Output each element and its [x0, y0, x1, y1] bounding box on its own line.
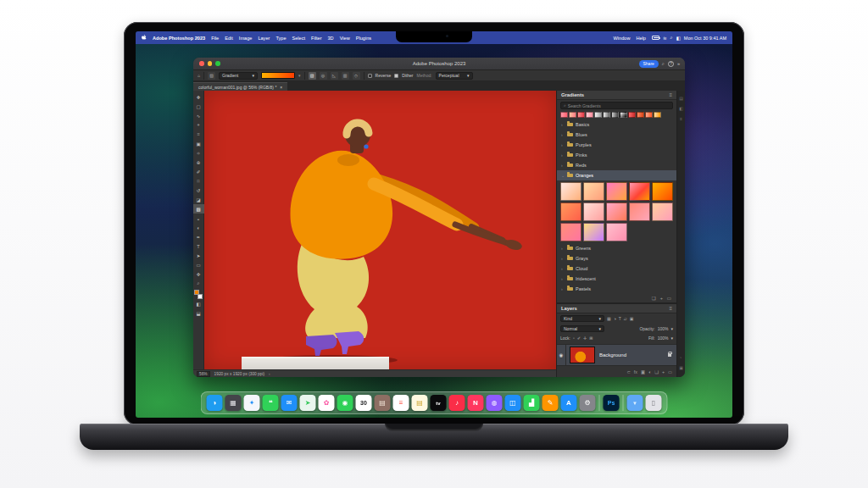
menu-app-name[interactable]: Adobe Photoshop 2023 — [153, 36, 205, 41]
gradient-swatch[interactable] — [560, 223, 581, 241]
dock-icon-pages[interactable]: ✎ — [542, 395, 559, 411]
dock-icon-mail[interactable]: ✉ — [281, 395, 298, 411]
recent-gradient-swatch[interactable] — [577, 112, 585, 118]
new-layer-icon[interactable]: + — [662, 369, 665, 374]
lock-transparency-icon[interactable]: ▫ — [573, 336, 575, 341]
lasso-tool[interactable]: ∿ — [193, 111, 204, 120]
recent-gradient-swatch[interactable] — [603, 112, 610, 118]
delete-icon[interactable]: ▭ — [667, 296, 671, 301]
crop-tool[interactable]: ⌗ — [193, 130, 204, 139]
object-selection-tool[interactable]: ⌖ — [193, 120, 204, 130]
gradient-swatch[interactable] — [583, 223, 604, 241]
filter-pixel-icon[interactable]: ▦ — [607, 316, 611, 321]
dock-icon-keynote[interactable]: ◫ — [505, 395, 521, 411]
dock-icon-launchpad[interactable]: ▦ — [225, 395, 242, 411]
gradient-swatch[interactable] — [606, 182, 627, 201]
reverse-checkbox[interactable] — [368, 74, 372, 78]
eyedropper-tool[interactable]: ✧ — [193, 148, 204, 158]
layer-effects-icon[interactable]: fx — [634, 369, 637, 374]
gradients-search-input[interactable]: ⌕ Search Gradients — [560, 102, 673, 109]
layer-thumbnail[interactable] — [570, 347, 595, 363]
gradient-folder-greens[interactable]: ›Greens — [557, 243, 676, 253]
gradient-swatch[interactable] — [583, 202, 604, 221]
recent-gradient-swatch[interactable] — [569, 112, 576, 118]
gradient-folder-blues[interactable]: ›Blues — [557, 130, 676, 140]
layer-group-icon[interactable]: ❏ — [654, 369, 659, 374]
share-button[interactable]: Share — [639, 60, 659, 68]
document-tab[interactable]: colorful_woman001.jpg @ 56% (RGB/8) * × — [193, 82, 287, 91]
lock-pixels-icon[interactable]: ✐ — [577, 336, 581, 341]
filter-smart-object-icon[interactable]: ▣ — [630, 316, 634, 321]
collapsed-panel-icon[interactable]: ≡ — [680, 116, 682, 121]
recent-gradient-swatch[interactable] — [654, 112, 661, 118]
control-center-icon[interactable]: ◧ — [676, 36, 681, 41]
home-icon[interactable]: ⌂ — [198, 73, 200, 78]
panel-menu-icon[interactable]: ≡ — [670, 306, 673, 311]
linear-gradient-icon[interactable]: ▧ — [309, 72, 316, 80]
recent-gradient-swatch[interactable] — [637, 112, 644, 118]
brush-tool[interactable]: ✐ — [193, 167, 204, 176]
close-tab-icon[interactable]: × — [280, 85, 282, 90]
gradient-swatch[interactable] — [606, 223, 627, 241]
dock-icon-podcasts[interactable]: ◍ — [487, 395, 503, 411]
document-canvas[interactable] — [204, 91, 556, 369]
gradient-folder-pinks[interactable]: ›Pinks — [557, 150, 676, 160]
zoom-window-button[interactable] — [215, 61, 220, 66]
gradient-preview-bar[interactable] — [261, 72, 295, 79]
gradient-swatch[interactable] — [606, 202, 627, 221]
recent-gradient-swatch[interactable] — [560, 112, 568, 118]
gradient-folder-reds[interactable]: ›Reds — [557, 160, 676, 170]
adjustment-layer-icon[interactable]: ◐ — [648, 369, 651, 374]
menu-3d[interactable]: 3D — [328, 36, 334, 41]
recent-gradient-swatch[interactable] — [620, 112, 627, 118]
type-tool[interactable]: T — [193, 241, 204, 251]
menu-window[interactable]: Window — [614, 36, 631, 41]
gradient-folder-pastels[interactable]: ›Pastels — [557, 284, 676, 294]
collapsed-panel-icon[interactable]: ◔ — [679, 355, 683, 360]
lock-position-icon[interactable]: ✛ — [583, 336, 587, 341]
gradient-swatch[interactable] — [583, 182, 604, 201]
dock-icon-finder[interactable]: ◑ — [207, 395, 223, 411]
dock-icon-photos[interactable]: ✿ — [319, 395, 335, 411]
status-chevron-icon[interactable]: › — [269, 372, 270, 376]
color-swatches[interactable] — [194, 290, 203, 299]
filter-shape-icon[interactable]: ▱ — [624, 316, 627, 321]
menu-clock[interactable]: Mon Oct 30 9:41 AM — [684, 36, 726, 41]
hand-tool[interactable]: ✜ — [193, 269, 204, 279]
layer-row-background[interactable]: ◉ Background — [557, 344, 676, 366]
gradient-folder-iridescent[interactable]: ›Iridescent — [557, 274, 676, 284]
recent-gradient-swatch[interactable] — [586, 112, 593, 118]
search-icon[interactable]: ⌕ — [670, 35, 673, 41]
recent-gradient-swatch[interactable] — [645, 112, 653, 118]
dock-icon-settings[interactable]: ⚙ — [580, 395, 596, 411]
dock-icon-facetime[interactable]: ◉ — [337, 395, 353, 411]
menu-type[interactable]: Type — [275, 36, 286, 41]
reflected-gradient-icon[interactable]: ▥ — [342, 72, 349, 80]
zoom-tool[interactable]: ⌕ — [193, 279, 204, 288]
dock-icon-notes[interactable]: ▤ — [412, 395, 428, 411]
dock-icon-reminders[interactable]: ≡ — [393, 395, 409, 411]
layer-filter-select[interactable]: Kind▾ — [560, 315, 604, 322]
menu-plugins[interactable]: Plugins — [356, 36, 371, 41]
menu-layer[interactable]: Layer — [258, 36, 270, 41]
dock-icon-maps[interactable]: ➤ — [300, 395, 316, 411]
window-title-bar[interactable]: Adobe Photoshop 2023 Share ⌕ ? » — [193, 58, 685, 70]
gradient-swatch[interactable] — [652, 182, 673, 201]
dock-icon-tv[interactable]: tv — [431, 395, 447, 411]
apple-logo-icon[interactable] — [142, 35, 147, 42]
healing-brush-tool[interactable]: ⊕ — [193, 158, 204, 167]
workspace-icon[interactable]: » — [677, 61, 680, 66]
dock-icon-news[interactable]: N — [468, 395, 484, 411]
filter-adjustment-icon[interactable]: ◑ — [614, 316, 616, 321]
opacity-value[interactable]: 100% — [658, 326, 669, 331]
gradient-folder-grays[interactable]: ›Grays — [557, 253, 676, 263]
shape-tool[interactable]: ▭ — [193, 260, 204, 269]
panel-menu-icon[interactable]: ≡ — [670, 92, 673, 97]
filter-type-icon[interactable]: T — [619, 316, 621, 321]
gradient-folder-basics[interactable]: ›Basics — [557, 119, 676, 130]
dock-icon-safari[interactable]: ✦ — [244, 395, 260, 411]
dither-checkbox[interactable] — [394, 74, 398, 78]
blur-tool[interactable]: ◒ — [193, 214, 204, 223]
blend-mode-select[interactable]: Normal▾ — [560, 325, 604, 332]
battery-icon[interactable] — [652, 36, 659, 40]
